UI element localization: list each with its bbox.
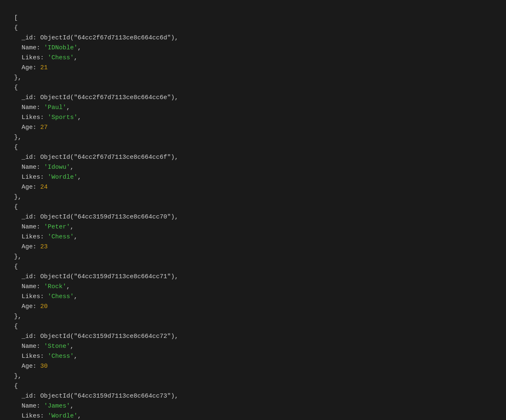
age-key: Age: [7,124,40,131]
open-brace: { [7,323,18,330]
name-value: 'James' [44,403,70,410]
name-value: 'IDNoble' [44,44,78,51]
id-key: _id: ObjectId(" [7,154,78,161]
close-brace: }, [7,74,22,81]
likes-value: 'Chess' [48,233,74,240]
age-key: Age: [7,184,40,191]
record-3: { _id: ObjectId("64cc3159d7113ce8c664cc7… [7,202,499,262]
age-value: 24 [40,184,48,191]
likes-key: Likes: [7,413,48,420]
record-5: { _id: ObjectId("64cc3159d7113ce8c664cc7… [7,322,499,381]
record-0: { _id: ObjectId("64cc2f67d7113ce8c664cc6… [7,23,499,83]
likes-key: Likes: [7,293,48,300]
likes-value: 'Chess' [48,293,74,300]
age-key: Age: [7,363,40,370]
age-key: Age: [7,243,40,250]
age-value: 21 [40,64,48,71]
close-brace: }, [7,253,22,260]
name-key: Name: [7,343,44,350]
likes-key: Likes: [7,233,48,240]
id-key: _id: ObjectId(" [7,273,78,280]
likes-value: 'Wordle' [48,174,78,181]
age-key: Age: [7,303,40,310]
open-brace: { [7,84,18,91]
likes-value: 'Sports' [48,114,78,121]
id-key: _id: ObjectId(" [7,34,78,41]
name-value: 'Rock' [44,283,66,290]
likes-key: Likes: [7,174,48,181]
record-1: { _id: ObjectId("64cc2f67d7113ce8c664cc6… [7,83,499,143]
name-value: 'Paul' [44,104,66,111]
likes-value: 'Chess' [48,353,74,360]
id-key: _id: ObjectId(" [7,94,78,101]
name-value: 'Peter' [44,223,70,231]
age-key: Age: [7,64,40,71]
id-key: _id: ObjectId(" [7,333,78,340]
id-key: _id: ObjectId(" [7,393,78,400]
record-4: { _id: ObjectId("64cc3159d7113ce8c664cc7… [7,262,499,322]
id-key: _id: ObjectId(" [7,214,78,221]
likes-key: Likes: [7,114,48,121]
name-value: 'Idowu' [44,164,70,171]
name-key: Name: [7,403,44,410]
name-value: 'Stone' [44,343,70,350]
likes-key: Likes: [7,353,48,360]
likes-value: 'Chess' [48,54,74,61]
close-brace: }, [7,134,22,141]
age-value: 20 [40,303,48,310]
open-brace: { [7,24,18,32]
record-2: { _id: ObjectId("64cc2f67d7113ce8c664cc6… [7,143,499,202]
open-brace: { [7,144,18,151]
open-brace: { [7,204,18,211]
likes-value: 'Wordle' [48,413,78,420]
open-brace: { [7,383,18,390]
close-brace: }, [7,373,22,380]
close-brace: }, [7,313,22,320]
age-value: 27 [40,124,48,131]
name-key: Name: [7,283,44,290]
age-value: 30 [40,363,48,370]
record-6: { _id: ObjectId("64cc3159d7113ce8c664cc7… [7,381,499,420]
open-brace: { [7,263,18,270]
name-key: Name: [7,223,44,231]
name-key: Name: [7,104,44,111]
age-value: 23 [40,243,48,250]
records-container: { _id: ObjectId("64cc2f67d7113ce8c664cc6… [7,23,499,420]
close-brace: }, [7,194,22,201]
name-key: Name: [7,164,44,171]
likes-key: Likes: [7,54,48,61]
open-bracket: [ [14,15,18,22]
json-output: [ [7,3,499,23]
name-key: Name: [7,44,44,51]
